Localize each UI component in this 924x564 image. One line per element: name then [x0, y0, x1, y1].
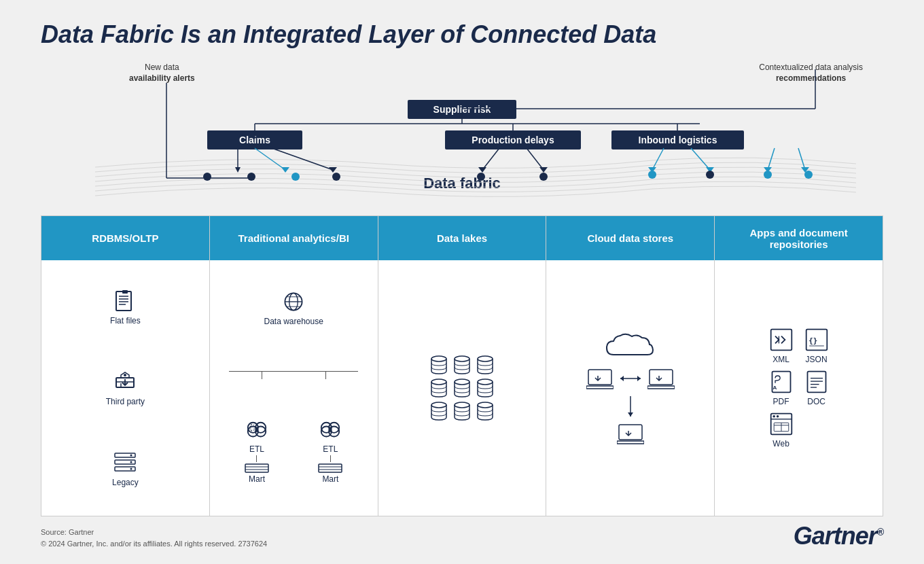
svg-rect-69	[319, 464, 342, 472]
item-json: {} JSON	[804, 328, 829, 364]
svg-marker-24	[764, 167, 772, 173]
col-body-datalakes	[378, 260, 546, 516]
svg-point-73	[455, 356, 469, 362]
svg-marker-85	[637, 376, 641, 381]
svg-point-33	[648, 171, 656, 179]
svg-rect-37	[116, 292, 131, 311]
col-header-datalakes: Data lakes	[378, 216, 546, 260]
col-body-cloudstores	[546, 260, 714, 516]
svg-point-52	[130, 468, 132, 470]
item-xml: XML	[769, 328, 794, 364]
svg-line-13	[255, 148, 285, 170]
svg-line-15	[482, 148, 499, 170]
column-cloudstores: Cloud data stores	[546, 215, 714, 516]
svg-rect-81	[588, 370, 611, 385]
page-title: Data Fabric Is an Integrated Layer of Co…	[41, 20, 883, 49]
bottom-grid: RDBMS/OLTP Flat files	[41, 215, 883, 516]
etl-mart-area: ETL Mart	[213, 417, 374, 487]
svg-point-35	[764, 171, 772, 179]
item-legacy: Legacy	[112, 451, 139, 487]
column-datalakes: Data lakes	[378, 215, 546, 516]
svg-point-46	[124, 374, 126, 376]
col-header-rdbms: RDBMS/OLTP	[41, 216, 209, 260]
col-body-apps: XML {} JSON	[715, 260, 883, 516]
svg-point-75	[431, 379, 446, 385]
column-apps: Apps and document repositories XML	[714, 215, 883, 516]
svg-point-50	[130, 454, 132, 456]
svg-point-76	[455, 379, 469, 385]
svg-marker-10	[235, 167, 241, 173]
svg-point-74	[478, 356, 493, 362]
svg-point-77	[478, 379, 493, 385]
item-doc: DOC	[804, 370, 829, 406]
svg-line-21	[691, 148, 710, 170]
col-header-traditional: Traditional analytics/BI	[210, 216, 378, 260]
label-contextualized: Contextualized data analysis recommendat…	[759, 63, 863, 84]
svg-point-34	[706, 171, 714, 179]
col-body-traditional: Data warehouse	[210, 260, 378, 516]
box-supplier: Supplier risk	[408, 100, 516, 119]
footer: Source: Gartner © 2024 Gartner, Inc. and…	[41, 522, 883, 550]
svg-rect-92	[770, 330, 792, 351]
svg-marker-16	[478, 167, 486, 173]
svg-point-107	[776, 415, 779, 418]
item-web: Web	[769, 412, 794, 448]
svg-marker-14	[281, 167, 289, 173]
svg-rect-90	[619, 425, 642, 440]
cloud-row	[586, 367, 675, 391]
etl-col-1: ETL Mart	[245, 420, 269, 484]
column-traditional: Traditional analytics/BI Data warehouse	[209, 215, 378, 516]
item-data-warehouse: Data warehouse	[264, 289, 323, 326]
col-header-apps: Apps and document repositories	[715, 216, 883, 260]
svg-marker-84	[620, 376, 624, 381]
col-header-cloudstores: Cloud data stores	[546, 216, 714, 260]
svg-marker-89	[628, 412, 633, 417]
box-production: Production delays	[445, 130, 581, 149]
svg-rect-99	[807, 372, 825, 393]
item-third-party: Third party	[106, 370, 145, 406]
svg-point-28	[247, 173, 255, 181]
data-fabric-label: Data fabric	[423, 175, 501, 192]
svg-point-51	[130, 461, 132, 463]
svg-point-78	[431, 402, 446, 408]
svg-point-106	[772, 415, 775, 418]
svg-point-79	[455, 402, 469, 408]
etl-col-2: ETL Mart	[318, 420, 342, 484]
lakes-grid	[423, 349, 501, 427]
svg-rect-91	[617, 441, 644, 444]
svg-marker-26	[801, 167, 809, 173]
svg-point-29	[291, 173, 300, 181]
col-body-rdbms: Flat files Third party	[41, 260, 209, 516]
item-flat-files: Flat files	[110, 289, 141, 325]
svg-text:A: A	[772, 385, 777, 391]
svg-line-19	[652, 148, 664, 170]
svg-line-25	[798, 148, 805, 170]
box-claims: Claims	[207, 130, 302, 149]
svg-line-23	[768, 148, 775, 170]
svg-point-72	[431, 356, 446, 362]
item-pdf: A PDF	[769, 370, 794, 406]
apps-grid: XML {} JSON	[758, 322, 840, 454]
svg-marker-12	[329, 167, 337, 173]
svg-point-80	[478, 402, 493, 408]
page: Data Fabric Is an Integrated Layer of Co…	[0, 0, 924, 564]
svg-rect-42	[122, 290, 128, 294]
diagram-area: New data availability alerts Contextuali…	[41, 63, 883, 205]
gartner-logo: Gartner®	[794, 522, 883, 550]
box-inbound: Inbound logistics	[611, 130, 744, 149]
svg-rect-62	[245, 464, 268, 472]
svg-point-32	[539, 173, 548, 181]
label-new-data: New data availability alerts	[129, 63, 195, 84]
svg-rect-87	[647, 386, 675, 389]
svg-text:{}: {}	[808, 336, 817, 345]
svg-rect-82	[586, 386, 614, 389]
svg-point-30	[332, 173, 340, 181]
svg-marker-18	[539, 167, 548, 173]
svg-marker-22	[706, 167, 714, 173]
svg-marker-20	[648, 167, 656, 173]
svg-point-36	[804, 171, 813, 179]
footer-text: Source: Gartner © 2024 Gartner, Inc. and…	[41, 527, 267, 550]
svg-line-11	[272, 148, 333, 170]
svg-point-27	[203, 173, 211, 181]
svg-rect-86	[650, 370, 673, 385]
